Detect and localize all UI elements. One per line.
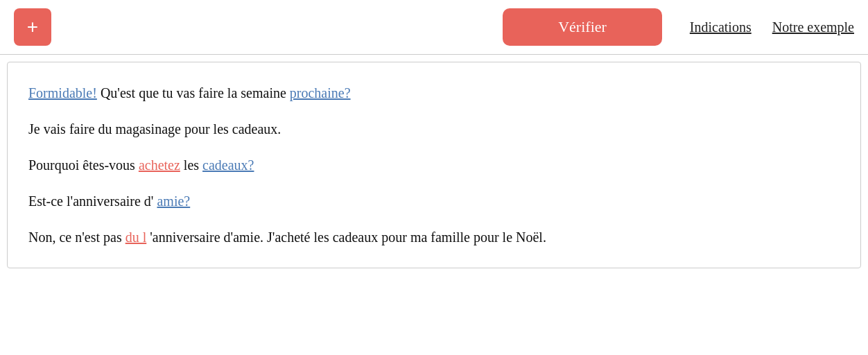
nav-links: Indications Notre exemple [690,19,854,35]
content-line-4: Est-ce l'anniversaire d' amie? [28,190,840,212]
content-area: Formidable! Qu'est que tu vas faire la s… [7,62,861,268]
formidable-link[interactable]: Formidable! [28,85,97,101]
dul-link[interactable]: du l [125,230,147,245]
add-button[interactable]: + [14,8,51,46]
notre-exemple-link[interactable]: Notre exemple [772,19,854,35]
line2-text: Je vais faire du magasinage pour les cad… [28,121,281,137]
verify-button[interactable]: Vérifier [503,8,662,46]
amie-link[interactable]: amie? [157,193,190,209]
toolbar: + Vérifier Indications Notre exemple [0,0,868,55]
prochaine-link[interactable]: prochaine? [290,85,351,101]
achetez-link[interactable]: achetez [139,157,180,173]
content-line-5: Non, ce n'est pas du l 'anniversaire d'a… [28,226,840,248]
content-line-1: Formidable! Qu'est que tu vas faire la s… [28,82,840,104]
line3-text2: les [184,157,202,173]
indications-link[interactable]: Indications [690,19,752,35]
line5-text1: Non, ce n'est pas [28,230,125,245]
line5-text2: 'anniversaire d'amie. J'acheté les cadea… [150,230,546,245]
line1-text1: Qu'est que tu vas faire la semaine [101,85,290,101]
content-line-2: Je vais faire du magasinage pour les cad… [28,118,840,140]
cadeaux-link[interactable]: cadeaux? [202,157,254,173]
content-line-3: Pourquoi êtes-vous achetez les cadeaux? [28,154,840,176]
line4-text1: Est-ce l'anniversaire d' [28,193,153,209]
line3-text1: Pourquoi êtes-vous [28,157,139,173]
